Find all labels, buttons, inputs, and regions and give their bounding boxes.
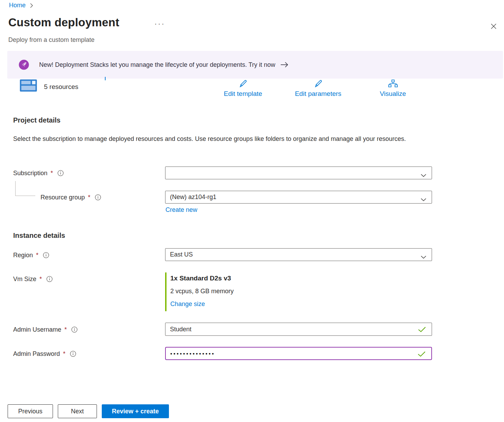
edit-parameters-label: Edit parameters (295, 90, 341, 98)
required-asterisk: * (51, 170, 53, 177)
breadcrumb: Home (9, 2, 33, 9)
arrow-right-icon (280, 62, 289, 68)
org-chart-icon (388, 79, 398, 88)
admin-username-input[interactable]: Student (165, 323, 432, 336)
resource-group-label: Resource group * (40, 194, 101, 201)
project-details-heading: Project details (13, 116, 61, 124)
admin-username-value: Student (170, 326, 191, 333)
page-title: Custom deployment (8, 16, 119, 29)
create-new-link[interactable]: Create new (165, 206, 197, 214)
breadcrumb-home-link[interactable]: Home (9, 2, 26, 9)
vm-size-detail: 2 vcpus, 8 GB memory (170, 288, 234, 295)
subscription-dropdown[interactable] (165, 167, 432, 179)
admin-password-label: Admin Password * (13, 350, 76, 358)
info-icon[interactable] (71, 326, 78, 333)
pencil-icon (238, 79, 248, 88)
required-asterisk: * (64, 326, 67, 333)
close-icon (490, 23, 497, 30)
region-label: Region * (13, 251, 49, 259)
chevron-down-icon (421, 198, 426, 201)
vm-size-accent-bar (165, 272, 166, 311)
project-details-description: Select the subscription to manage deploy… (13, 133, 411, 144)
breadcrumb-chevron-icon (30, 3, 33, 8)
info-icon[interactable] (46, 276, 53, 282)
previous-button[interactable]: Previous (8, 404, 53, 418)
visualize-label: Visualize (380, 90, 406, 98)
vm-size-title: 1x Standard D2s v3 (170, 275, 231, 282)
banner-text: New! Deployment Stacks let you manage th… (39, 61, 275, 69)
edit-template-link[interactable]: Edit template (224, 79, 262, 98)
resource-group-value: (New) az104-rg1 (170, 194, 216, 201)
required-asterisk: * (63, 350, 65, 358)
vm-size-selection: 1x Standard D2s v3 2 vcpus, 8 GB memory … (165, 272, 304, 311)
info-icon[interactable] (43, 252, 49, 258)
chevron-down-icon (421, 255, 426, 259)
edit-template-label: Edit template (224, 90, 262, 98)
pencil-icon (314, 79, 323, 88)
resource-group-dropdown[interactable]: (New) az104-rg1 (165, 191, 432, 204)
review-create-button[interactable]: Review + create (102, 404, 169, 418)
field-connector-line (15, 181, 35, 196)
deployment-stacks-banner[interactable]: New! Deployment Stacks let you manage th… (7, 51, 503, 79)
more-actions-button[interactable]: ··· (154, 19, 165, 28)
close-button[interactable] (487, 20, 500, 33)
info-icon[interactable] (95, 194, 101, 200)
edit-parameters-link[interactable]: Edit parameters (295, 79, 341, 98)
valid-check-icon (418, 326, 426, 332)
info-icon[interactable] (57, 170, 64, 176)
valid-check-icon (417, 351, 426, 357)
rocket-icon (19, 60, 29, 70)
required-asterisk: * (88, 194, 90, 201)
required-asterisk: * (36, 252, 38, 259)
template-bar: 5 resources Edit template Edit parameter… (0, 79, 504, 100)
page-subtitle: Deploy from a custom template (8, 36, 94, 44)
region-dropdown[interactable]: East US (165, 248, 432, 261)
visualize-link[interactable]: Visualize (380, 79, 406, 98)
vm-size-label: Vm Size * (13, 275, 53, 283)
admin-password-input[interactable]: •••••••••••••• (165, 347, 432, 360)
resource-count: 5 resources (44, 83, 78, 91)
admin-username-label: Admin Username * (13, 326, 78, 333)
next-button[interactable]: Next (58, 404, 97, 418)
region-value: East US (170, 251, 193, 258)
template-icon (20, 79, 37, 92)
admin-password-masked-value: •••••••••••••• (170, 351, 215, 357)
text-cursor (105, 77, 106, 80)
info-icon[interactable] (70, 351, 76, 357)
chevron-down-icon (421, 174, 426, 177)
custom-deployment-page: Home Custom deployment ··· Deploy from a… (0, 0, 504, 422)
subscription-label: Subscription * (13, 169, 64, 177)
required-asterisk: * (39, 276, 42, 283)
change-size-link[interactable]: Change size (170, 300, 205, 308)
instance-details-heading: Instance details (13, 232, 65, 240)
